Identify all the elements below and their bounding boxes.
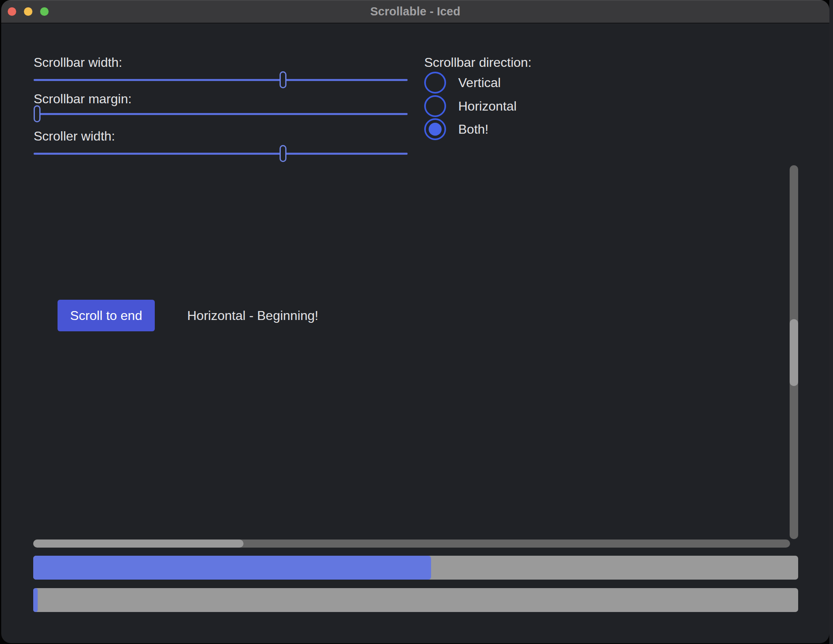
radio-both-label[interactable]: Both! (458, 121, 489, 138)
slider-handle[interactable] (280, 71, 286, 88)
vertical-scroller-thumb[interactable] (790, 319, 798, 386)
radio-dot-icon (429, 123, 442, 136)
scroll-status-text: Horizontal - Beginning! (187, 307, 318, 324)
progress-fill (33, 556, 431, 580)
progress-fill (33, 588, 38, 612)
scroller-width-slider[interactable] (34, 145, 408, 162)
slider-track[interactable] (34, 113, 408, 115)
scrollbar-margin-slider[interactable] (34, 105, 408, 122)
scroller-width-label: Scroller width: (34, 129, 115, 144)
scrollbar-margin-label: Scrollbar margin: (34, 92, 132, 107)
app-window: Scrollable - Iced Scrollbar width: Scrol… (1, 0, 829, 643)
vertical-progress-bar (33, 556, 798, 580)
radio-vertical-label[interactable]: Vertical (458, 74, 501, 91)
slider-handle[interactable] (34, 105, 41, 122)
window-title: Scrollable - Iced (1, 0, 829, 23)
scrollbar-direction-label: Scrollbar direction: (424, 55, 532, 70)
horizontal-progress-bar (33, 588, 798, 612)
background-window-sliver (829, 0, 833, 644)
radio-horizontal-label[interactable]: Horizontal (458, 98, 517, 115)
slider-handle[interactable] (280, 145, 286, 162)
title-bar[interactable]: Scrollable - Iced (1, 0, 829, 23)
radio-both[interactable] (424, 118, 446, 140)
horizontal-scrollbar[interactable] (33, 540, 790, 548)
vertical-scrollbar[interactable] (790, 165, 798, 539)
scroll-to-end-button[interactable]: Scroll to end (58, 300, 155, 331)
slider-track[interactable] (34, 79, 408, 81)
radio-vertical[interactable] (424, 72, 446, 94)
scrollbar-width-label: Scrollbar width: (34, 55, 122, 70)
scrollbar-width-slider[interactable] (34, 71, 408, 88)
horizontal-scroller-thumb[interactable] (33, 540, 243, 548)
slider-track[interactable] (34, 153, 408, 155)
radio-horizontal[interactable] (424, 95, 446, 117)
